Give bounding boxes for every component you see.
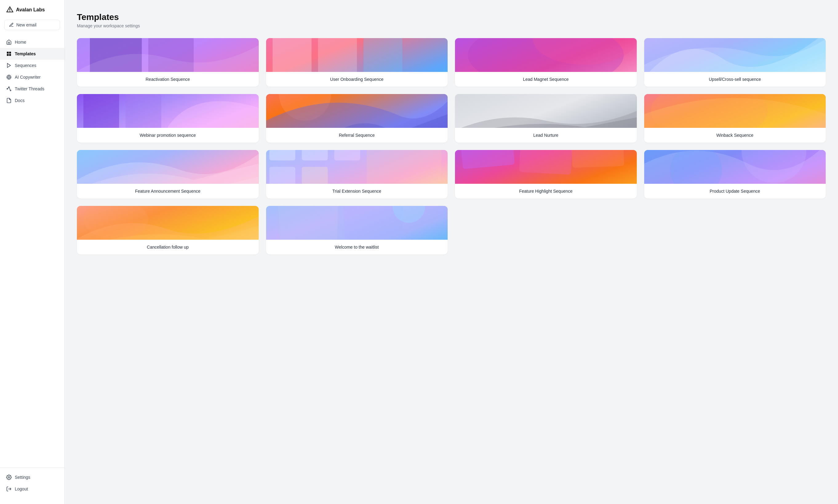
template-card-webinar[interactable]: Webinar promotion sequence [77, 94, 259, 143]
sidebar-item-logout[interactable]: Logout [0, 483, 64, 495]
template-card-lead-nurture[interactable]: Lead Nurture [455, 94, 637, 143]
svg-point-51 [670, 150, 722, 184]
svg-line-15 [10, 88, 10, 90]
svg-rect-41 [334, 150, 360, 160]
template-card-winback[interactable]: Winback Sequence [644, 94, 826, 143]
sidebar: Avalan Labs New email Home Templates Seq… [0, 0, 65, 504]
nav-label-docs: Docs [15, 98, 24, 103]
svg-rect-2 [7, 54, 8, 56]
sidebar-bottom: Settings Logout [0, 471, 64, 498]
template-label-lead-nurture: Lead Nurture [455, 128, 637, 143]
template-card-referral[interactable]: Referral Sequence [266, 94, 448, 143]
svg-rect-47 [519, 150, 572, 175]
templates-grid: Reactivation Sequence User Onboarding Se… [77, 38, 826, 254]
template-label-lead-magnet: Lead Magnet Sequence [455, 72, 637, 87]
ai-icon [6, 74, 12, 80]
thumbnail-reactivation [77, 38, 259, 72]
template-card-waitlist[interactable]: Welcome to the waitlist [266, 206, 448, 254]
template-label-reactivation: Reactivation Sequence [77, 72, 259, 87]
svg-rect-0 [7, 52, 8, 53]
nav-label-settings: Settings [15, 475, 31, 480]
template-label-feature-highlight: Feature Highlight Sequence [455, 184, 637, 199]
app-logo: Avalan Labs [0, 6, 64, 20]
main-nav: Home Templates Sequences AI Copywriter T… [0, 36, 64, 464]
svg-rect-24 [363, 38, 403, 72]
svg-rect-22 [273, 38, 312, 72]
svg-rect-3 [9, 54, 11, 56]
sidebar-item-sequences[interactable]: Sequences [0, 60, 64, 71]
sidebar-item-ai-copywriter[interactable]: AI Copywriter [0, 71, 64, 83]
app-name: Avalan Labs [16, 7, 45, 13]
template-label-webinar: Webinar promotion sequence [77, 128, 259, 143]
svg-rect-55 [277, 206, 345, 240]
thumbnail-lead-nurture [455, 94, 637, 128]
template-card-upsell[interactable]: Upsell/Cross-sell sequence [644, 38, 826, 87]
home-icon [6, 39, 12, 45]
thumbnail-user-onboarding [266, 38, 448, 72]
svg-point-12 [8, 87, 10, 88]
logo-icon [6, 6, 14, 14]
template-card-product-update[interactable]: Product Update Sequence [644, 150, 826, 199]
template-card-feature-highlight[interactable]: Feature Highlight Sequence [455, 150, 637, 199]
template-card-reactivation[interactable]: Reactivation Sequence [77, 38, 259, 87]
template-label-referral: Referral Sequence [266, 128, 448, 143]
nav-label-twitter-threads: Twitter Threads [15, 86, 44, 91]
svg-rect-31 [125, 94, 161, 128]
svg-line-14 [8, 88, 8, 89]
svg-rect-40 [302, 150, 327, 160]
svg-point-11 [7, 89, 8, 89]
page-subtitle: Manage your workspace settings [77, 23, 826, 28]
template-label-feature-announce: Feature Announcement Sequence [77, 184, 259, 199]
template-label-trial-ext: Trial Extension Sequence [266, 184, 448, 199]
thumbnail-upsell [644, 38, 826, 72]
svg-rect-30 [83, 94, 119, 128]
thumbnail-cancellation [77, 206, 259, 240]
nav-label-home: Home [15, 40, 26, 44]
sidebar-item-docs[interactable]: Docs [0, 95, 64, 106]
sidebar-item-twitter-threads[interactable]: Twitter Threads [0, 83, 64, 95]
thumbnail-product-update [644, 150, 826, 184]
nav-label-templates: Templates [15, 51, 36, 56]
thumbnail-feature-highlight [455, 150, 637, 184]
thumbnail-lead-magnet [455, 38, 637, 72]
svg-rect-42 [269, 167, 295, 184]
template-card-lead-magnet[interactable]: Lead Magnet Sequence [455, 38, 637, 87]
template-label-user-onboarding: User Onboarding Sequence [266, 72, 448, 87]
template-card-trial-ext[interactable]: Trial Extension Sequence [266, 150, 448, 199]
svg-point-13 [10, 90, 11, 91]
template-card-user-onboarding[interactable]: User Onboarding Sequence [266, 38, 448, 87]
svg-rect-48 [571, 150, 624, 168]
thumbnail-waitlist [266, 206, 448, 240]
pencil-icon [9, 22, 14, 28]
template-card-cancellation[interactable]: Cancellation follow up [77, 206, 259, 254]
template-card-feature-announce[interactable]: Feature Announcement Sequence [77, 150, 259, 199]
thumbnail-trial-ext [266, 150, 448, 184]
svg-rect-44 [366, 150, 441, 184]
logout-icon [6, 486, 12, 492]
svg-point-5 [8, 76, 10, 78]
svg-marker-4 [7, 63, 11, 68]
svg-rect-43 [302, 167, 327, 184]
main-content: Templates Manage your workspace settings… [65, 0, 838, 504]
svg-point-16 [8, 476, 10, 478]
sidebar-item-templates[interactable]: Templates [0, 48, 64, 60]
sidebar-item-home[interactable]: Home [0, 36, 64, 48]
nav-label-sequences: Sequences [15, 63, 36, 68]
twitter-icon [6, 86, 12, 92]
sidebar-item-settings[interactable]: Settings [0, 471, 64, 483]
thumbnail-webinar [77, 94, 259, 128]
template-label-upsell: Upsell/Cross-sell sequence [644, 72, 826, 87]
templates-icon [6, 51, 12, 56]
nav-label-logout: Logout [15, 486, 28, 491]
thumbnail-winback [644, 94, 826, 128]
settings-icon [6, 474, 12, 480]
svg-rect-23 [318, 38, 357, 72]
new-email-button[interactable]: New email [4, 20, 60, 30]
thumbnail-referral [266, 94, 448, 128]
page-title: Templates [77, 12, 826, 22]
sequences-icon [6, 63, 12, 68]
template-label-winback: Winback Sequence [644, 128, 826, 143]
template-label-cancellation: Cancellation follow up [77, 240, 259, 254]
template-label-product-update: Product Update Sequence [644, 184, 826, 199]
svg-rect-39 [269, 150, 295, 160]
